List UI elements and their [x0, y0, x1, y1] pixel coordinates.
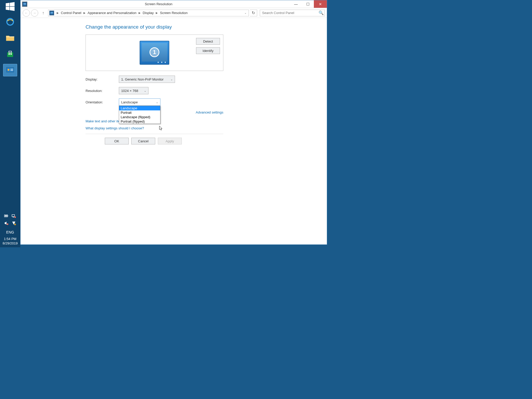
identify-button[interactable]: Identify — [196, 47, 220, 54]
cancel-button[interactable]: Cancel — [131, 138, 155, 144]
breadcrumb-control-panel[interactable]: Control Panel — [60, 11, 82, 15]
network-icon[interactable] — [11, 214, 16, 219]
svg-point-6 — [8, 69, 10, 71]
maximize-button[interactable]: ☐ — [302, 0, 314, 8]
svg-rect-8 — [10, 70, 13, 71]
svg-rect-18 — [15, 225, 15, 225]
language-indicator[interactable]: ENG — [6, 230, 14, 234]
breadcrumb-display[interactable]: Display — [142, 11, 154, 15]
orientation-combo[interactable]: Landscape ⌄ Landscape Portrait Landscape… — [119, 98, 160, 106]
resolution-value: 1024 × 768 — [121, 89, 138, 93]
breadcrumb-appearance[interactable]: Appearance and Personalization — [87, 11, 137, 15]
titlebar[interactable]: Screen Resolution — ☐ ✕ — [21, 0, 327, 8]
display-combo[interactable]: 1. Generic Non-PnP Monitor ⌄ — [119, 76, 175, 83]
svg-rect-3 — [9, 54, 10, 55]
svg-rect-13 — [13, 217, 14, 217]
dialog-footer: OK Cancel Apply — [86, 134, 223, 148]
refresh-button[interactable]: ↻ — [250, 10, 257, 16]
forward-button[interactable]: → — [31, 9, 38, 17]
folder-icon — [6, 34, 15, 42]
clock[interactable]: 1:54 PM 8/29/2019 — [3, 237, 18, 246]
tray-row-2 — [4, 221, 16, 227]
orientation-dropdown: Landscape Portrait Landscape (flipped) P… — [119, 106, 160, 124]
svg-rect-7 — [10, 69, 13, 70]
help-link[interactable]: What display settings should I choose? — [86, 126, 223, 130]
taskbar-ie[interactable] — [3, 16, 17, 28]
apply-button: Apply — [158, 138, 182, 144]
search-box[interactable]: 🔍 — [260, 10, 325, 16]
breadcrumb-icon — [49, 11, 54, 15]
orientation-option-portrait[interactable]: Portrait — [119, 110, 160, 115]
taskbar-store[interactable] — [3, 48, 17, 60]
svg-rect-12 — [12, 215, 15, 217]
windows-logo-icon — [6, 2, 15, 11]
svg-rect-1 — [7, 52, 13, 57]
close-button[interactable]: ✕ — [314, 0, 327, 8]
orientation-option-landscape-flipped[interactable]: Landscape (flipped) — [119, 115, 160, 119]
action-center-icon[interactable] — [11, 221, 16, 227]
svg-rect-17 — [15, 224, 15, 225]
breadcrumb[interactable]: ▶ Control Panel ▶ Appearance and Persona… — [48, 10, 249, 16]
orientation-value: Landscape — [121, 100, 138, 104]
chevron-down-icon: ⌄ — [156, 101, 158, 104]
battery-icon[interactable] — [4, 214, 9, 219]
tray-row-1 — [4, 214, 16, 219]
advanced-settings-link[interactable]: Advanced settings — [196, 110, 223, 114]
resolution-combo[interactable]: 1024 × 768 ⌄ — [119, 87, 148, 94]
page-heading: Change the appearance of your display — [86, 24, 223, 30]
svg-rect-10 — [8, 215, 8, 216]
ok-button[interactable]: OK — [105, 138, 129, 144]
back-button[interactable]: ← — [23, 9, 30, 17]
chevron-right-icon[interactable]: ▶ — [154, 11, 159, 14]
resolution-label: Resolution: — [86, 89, 119, 93]
detect-button[interactable]: Detect — [196, 38, 220, 45]
svg-rect-2 — [9, 51, 11, 53]
monitor-preview-box: 1 ● ● ● Detect Identify — [86, 35, 223, 71]
taskbar: ENG 1:54 PM 8/29/2019 — [0, 0, 20, 247]
orientation-option-landscape[interactable]: Landscape — [119, 106, 160, 110]
monitor-number: 1 — [150, 47, 159, 57]
chevron-right-icon[interactable]: ▶ — [137, 11, 142, 14]
search-icon[interactable]: 🔍 — [318, 10, 325, 15]
orientation-option-portrait-flipped[interactable]: Portrait (flipped) — [119, 119, 160, 124]
svg-rect-11 — [5, 215, 7, 216]
titlebar-app-icon — [22, 2, 27, 7]
orientation-label: Orientation: — [86, 100, 119, 104]
svg-rect-4 — [10, 54, 12, 55]
window: Screen Resolution — ☐ ✕ ← → ↑ ▶ Control … — [20, 0, 327, 245]
display-settings-icon — [6, 67, 14, 73]
breadcrumb-screen-resolution[interactable]: Screen Resolution — [159, 11, 188, 15]
store-icon — [6, 50, 14, 58]
taskbar-control-panel[interactable] — [3, 64, 17, 76]
window-title: Screen Resolution — [27, 2, 290, 6]
search-input[interactable] — [260, 11, 318, 15]
chevron-down-icon: ⌄ — [144, 89, 146, 92]
chevron-right-icon[interactable]: ▶ — [55, 11, 60, 14]
clock-time: 1:54 PM — [3, 237, 18, 241]
monitor-dots-icon: ● ● ● — [157, 61, 167, 64]
start-button[interactable] — [3, 1, 17, 12]
volume-icon[interactable] — [4, 221, 9, 227]
chevron-right-icon[interactable]: ▶ — [82, 11, 87, 14]
monitor-preview[interactable]: 1 ● ● ● — [140, 41, 169, 65]
up-button[interactable]: ↑ — [40, 10, 46, 16]
ie-icon — [6, 17, 15, 26]
clock-date: 8/29/2019 — [3, 241, 18, 246]
minimize-button[interactable]: — — [290, 0, 302, 8]
display-label: Display: — [86, 77, 119, 81]
chevron-down-icon: ⌄ — [171, 78, 173, 81]
content-area: Change the appearance of your display 1 … — [21, 18, 327, 244]
chevron-down-icon[interactable]: ⌄ — [242, 11, 249, 14]
display-value: 1. Generic Non-PnP Monitor — [121, 77, 164, 81]
address-bar-row: ← → ↑ ▶ Control Panel ▶ Appearance and P… — [21, 8, 327, 18]
taskbar-explorer[interactable] — [3, 32, 17, 44]
